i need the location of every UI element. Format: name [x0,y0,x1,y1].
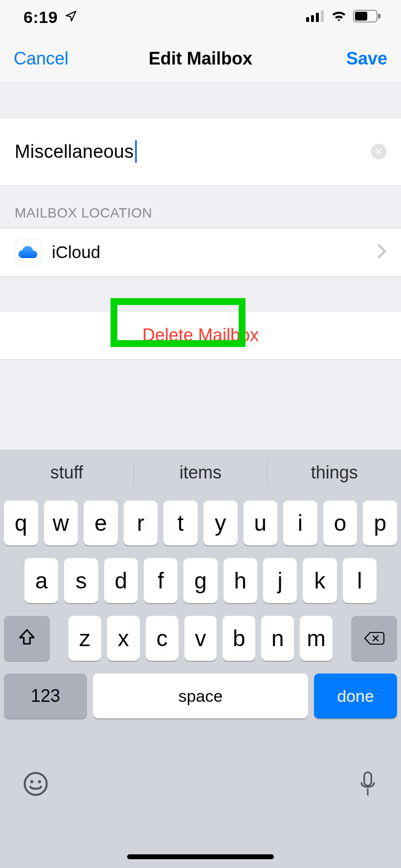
svg-point-7 [25,773,47,795]
prediction-0[interactable]: stuff [0,450,134,496]
text-cursor [135,140,137,163]
numbers-key[interactable]: 123 [4,673,87,718]
key-y[interactable]: y [203,500,238,545]
svg-rect-3 [321,10,324,22]
clear-text-button[interactable] [371,144,386,159]
key-b[interactable]: b [223,616,255,661]
prediction-row: stuff items things [0,450,401,496]
svg-rect-10 [364,772,372,786]
svg-rect-2 [316,13,319,22]
key-t[interactable]: t [163,500,198,545]
keyboard: stuff items things q w e r t y u i o p a… [0,450,401,868]
battery-icon [353,10,381,24]
svg-point-9 [38,780,41,783]
key-d[interactable]: d [104,558,138,603]
svg-point-8 [30,780,33,783]
space-key[interactable]: space [93,673,308,718]
key-i[interactable]: i [283,500,317,545]
prediction-2[interactable]: things [267,450,401,496]
key-g[interactable]: g [183,558,217,603]
key-r[interactable]: r [124,500,158,545]
key-c[interactable]: c [146,616,178,661]
key-x[interactable]: x [107,616,140,661]
key-u[interactable]: u [244,500,278,545]
delete-mailbox-button[interactable]: Delete Mailbox [0,311,401,360]
key-e[interactable]: e [84,500,118,545]
icloud-icon [15,239,41,265]
mailbox-location-cell[interactable]: iCloud [0,228,401,277]
save-button[interactable]: Save [346,48,387,69]
microphone-key[interactable] [357,770,379,800]
key-f[interactable]: f [144,558,178,603]
location-arrow-icon [65,10,77,24]
svg-rect-5 [355,12,367,21]
emoji-key[interactable] [22,771,49,799]
shift-key[interactable] [4,616,50,661]
key-k[interactable]: k [303,558,336,603]
mailbox-location-label: iCloud [52,242,367,262]
key-q[interactable]: q [4,500,38,545]
cancel-button[interactable]: Cancel [14,48,68,69]
key-l[interactable]: l [343,558,377,603]
svg-rect-6 [378,14,380,19]
chevron-right-icon [378,244,386,260]
mailbox-name-input[interactable]: Miscellaneous [15,141,134,162]
key-a[interactable]: a [24,558,58,603]
key-w[interactable]: w [44,500,78,545]
cell-signal-icon [306,10,325,24]
key-m[interactable]: m [300,616,333,661]
svg-rect-0 [306,17,309,22]
key-o[interactable]: o [323,500,357,545]
mailbox-location-header: MAILBOX LOCATION [0,186,401,228]
key-s[interactable]: s [64,558,98,603]
key-j[interactable]: j [263,558,297,603]
delete-mailbox-label: Delete Mailbox [142,325,259,346]
status-time: 6:19 [23,8,58,27]
done-key[interactable]: done [314,673,397,718]
key-p[interactable]: p [363,500,397,545]
backspace-icon [363,625,385,651]
key-n[interactable]: n [261,616,294,661]
mailbox-name-cell[interactable]: Miscellaneous [0,117,401,186]
prediction-1[interactable]: items [134,450,267,496]
key-z[interactable]: z [68,616,101,661]
svg-rect-1 [311,15,314,22]
nav-bar: Cancel Edit Mailbox Save [0,34,401,83]
wifi-icon [331,10,347,24]
home-indicator[interactable] [127,854,274,859]
key-h[interactable]: h [223,558,257,603]
shift-icon [18,625,36,651]
status-bar: 6:19 [0,0,401,34]
key-v[interactable]: v [184,616,217,661]
backspace-key[interactable] [351,616,397,661]
